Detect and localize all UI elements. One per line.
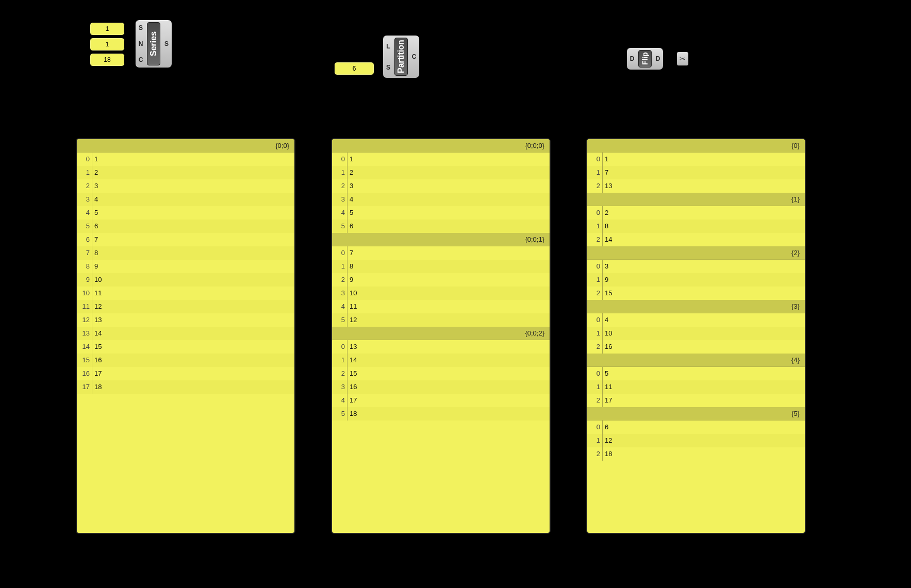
list-item-value: 18 <box>603 447 612 461</box>
list-item: 45 <box>332 206 550 220</box>
flip-panel[interactable]: {0}0117213{1}0218214{2}0319215{3}0411021… <box>586 138 806 534</box>
list-item-index: 0 <box>587 260 603 273</box>
branch-header: {4} <box>587 354 805 367</box>
partition-label: Partition <box>394 38 408 76</box>
list-item-index: 15 <box>77 354 92 367</box>
list-item: 411 <box>332 300 550 313</box>
series-input-N[interactable]: N <box>139 40 143 47</box>
series-input-S[interactable]: S <box>139 24 143 31</box>
list-item: 310 <box>332 287 550 300</box>
list-item-index: 3 <box>332 380 347 394</box>
list-item-index: 0 <box>332 246 347 260</box>
list-item-index: 4 <box>77 206 92 220</box>
list-item: 112 <box>587 434 805 447</box>
list-item-index: 3 <box>332 193 347 206</box>
list-item-value: 12 <box>603 434 612 447</box>
list-item: 03 <box>587 260 805 273</box>
partition-output-C[interactable]: C <box>412 53 417 60</box>
simplify-icon[interactable]: ✂ <box>676 52 689 66</box>
list-item: 78 <box>77 246 294 260</box>
list-item-value: 6 <box>92 220 98 233</box>
list-item-index: 4 <box>332 300 347 313</box>
branch-header: {1} <box>587 193 805 206</box>
list-item-value: 4 <box>92 193 98 206</box>
flip-label: Flip <box>638 50 652 68</box>
flip-component[interactable]: D Flip D <box>626 47 664 70</box>
list-item-value: 15 <box>603 287 612 300</box>
list-item: 214 <box>587 233 805 246</box>
list-item-index: 4 <box>332 394 347 407</box>
list-item: 216 <box>587 340 805 354</box>
partition-input-L[interactable]: L <box>386 43 390 50</box>
list-item-value: 18 <box>92 380 102 394</box>
list-item: 45 <box>77 206 294 220</box>
list-item-index: 5 <box>77 220 92 233</box>
partition-size-param[interactable]: 6 <box>334 62 374 75</box>
list-item-value: 6 <box>603 421 608 434</box>
list-item-value: 5 <box>347 206 353 220</box>
list-item-index: 1 <box>587 327 603 340</box>
list-item: 217 <box>587 394 805 407</box>
flip-input-D[interactable]: D <box>630 55 635 62</box>
list-item-index: 1 <box>587 220 603 233</box>
list-item-index: 1 <box>587 273 603 287</box>
list-item-index: 6 <box>77 233 92 246</box>
list-item-value: 1 <box>92 153 98 166</box>
partition-input-S[interactable]: S <box>386 64 390 71</box>
list-item-value: 5 <box>92 206 98 220</box>
flip-output-D[interactable]: D <box>656 55 660 62</box>
list-item: 213 <box>587 179 805 193</box>
list-item-index: 2 <box>587 394 603 407</box>
list-item: 89 <box>77 260 294 273</box>
list-item-value: 11 <box>603 380 612 394</box>
list-item-value: 8 <box>347 260 353 273</box>
list-item-value: 1 <box>347 153 353 166</box>
list-item: 1617 <box>77 367 294 380</box>
branch-header: {0;0;1} <box>332 233 550 246</box>
list-item-value: 16 <box>603 340 612 354</box>
list-item: 1314 <box>77 327 294 340</box>
list-item: 512 <box>332 313 550 327</box>
list-item: 1516 <box>77 354 294 367</box>
list-item: 04 <box>587 313 805 327</box>
list-item-index: 0 <box>587 313 603 327</box>
series-step-param[interactable]: 1 <box>90 38 125 51</box>
series-input-C[interactable]: C <box>139 56 143 63</box>
list-item-value: 4 <box>603 313 608 327</box>
branch-header: {0;0;2} <box>332 327 550 340</box>
list-item-index: 16 <box>77 367 92 380</box>
list-item: 02 <box>587 206 805 220</box>
list-item: 417 <box>332 394 550 407</box>
list-item-value: 10 <box>347 287 357 300</box>
list-item-value: 18 <box>347 407 357 421</box>
list-item-index: 1 <box>332 260 347 273</box>
series-output-S[interactable]: S <box>164 40 169 47</box>
list-item-index: 0 <box>587 421 603 434</box>
list-item-value: 2 <box>92 166 98 179</box>
list-item-index: 10 <box>77 287 92 300</box>
series-start-param[interactable]: 1 <box>90 22 125 36</box>
partition-component[interactable]: L S Partition C <box>383 35 420 78</box>
list-item: 518 <box>332 407 550 421</box>
list-item-index: 3 <box>332 287 347 300</box>
list-item-index: 0 <box>587 206 603 220</box>
list-item-index: 5 <box>332 407 347 421</box>
list-item-value: 3 <box>92 179 98 193</box>
list-item-value: 7 <box>92 233 98 246</box>
list-item-value: 3 <box>603 260 608 273</box>
list-item: 013 <box>332 340 550 354</box>
series-count-param[interactable]: 18 <box>90 53 125 66</box>
list-item-value: 14 <box>92 327 102 340</box>
series-component[interactable]: S N C Series S <box>135 20 172 68</box>
list-item-index: 0 <box>332 153 347 166</box>
partition-panel[interactable]: {0;0;0}011223344556{0;0;1}07182931041151… <box>331 138 551 534</box>
list-item-index: 4 <box>332 206 347 220</box>
list-item-value: 10 <box>92 273 102 287</box>
list-item: 12 <box>332 166 550 179</box>
list-item-index: 2 <box>587 287 603 300</box>
list-item: 114 <box>332 354 550 367</box>
list-item-index: 2 <box>587 233 603 246</box>
list-item-index: 13 <box>77 327 92 340</box>
list-item: 34 <box>77 193 294 206</box>
series-panel[interactable]: {0;0}01122334455667788991010111112121313… <box>76 138 295 534</box>
